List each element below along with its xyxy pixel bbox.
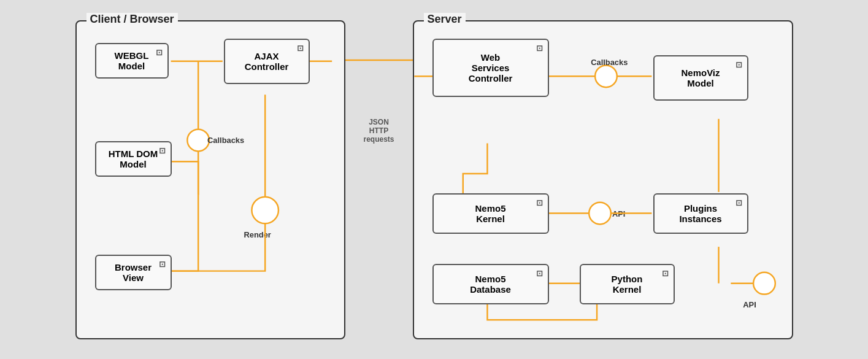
node-icon: ⊡ bbox=[297, 44, 304, 53]
n5d-line1: Nemo5 bbox=[475, 274, 505, 284]
svg-text:API: API bbox=[612, 209, 625, 218]
node-icon: ⊡ bbox=[536, 269, 543, 278]
browserview-line1: Browser bbox=[115, 262, 152, 272]
svg-point-2 bbox=[252, 196, 278, 223]
browserview-node: ⊡ Browser View bbox=[95, 255, 172, 290]
nemo5kernel-node: ⊡ Nemo5 Kernel bbox=[432, 193, 549, 234]
plugins-node: ⊡ Plugins Instances bbox=[653, 193, 748, 234]
svg-point-5 bbox=[595, 65, 617, 87]
webservices-node: ⊡ Web Services Controller bbox=[432, 39, 549, 97]
ajax-line2: Controller bbox=[245, 61, 289, 72]
pl-line1: Plugins bbox=[684, 203, 717, 214]
server-panel-label: Server bbox=[424, 13, 466, 26]
node-icon: ⊡ bbox=[735, 60, 742, 69]
ajax-node: ⊡ AJAX Controller bbox=[224, 39, 310, 84]
nemo5db-node: ⊡ Nemo5 Database bbox=[432, 264, 549, 304]
browserview-line2: View bbox=[123, 272, 144, 283]
webgl-line2: Model bbox=[118, 61, 145, 71]
ws-line1: Web bbox=[481, 52, 500, 63]
server-panel: Server Callbacks API bbox=[413, 20, 793, 339]
node-icon: ⊡ bbox=[536, 198, 543, 207]
nv-line2: Model bbox=[687, 78, 713, 88]
pl-line2: Instances bbox=[679, 214, 721, 224]
node-icon: ⊡ bbox=[156, 48, 163, 57]
py-line2: Kernel bbox=[613, 284, 642, 295]
ws-line2: Services bbox=[472, 63, 510, 73]
n5d-line2: Database bbox=[470, 284, 511, 295]
svg-text:Callbacks: Callbacks bbox=[207, 135, 244, 144]
nv-line1: NemoViz bbox=[681, 68, 720, 78]
py-line1: Python bbox=[612, 274, 643, 284]
svg-text:Callbacks: Callbacks bbox=[591, 58, 628, 67]
webgl-node: ⊡ WEBGL Model bbox=[95, 43, 169, 79]
n5k-line1: Nemo5 bbox=[475, 203, 505, 214]
svg-text:API: API bbox=[743, 300, 756, 309]
client-panel-label: Client / Browser bbox=[86, 13, 178, 26]
node-icon: ⊡ bbox=[735, 198, 742, 207]
ajax-line1: AJAX bbox=[254, 51, 278, 61]
client-panel: Client / Browser Callbacks bbox=[75, 20, 345, 339]
svg-text:Render: Render bbox=[244, 230, 271, 239]
node-icon: ⊡ bbox=[536, 44, 543, 53]
node-icon: ⊡ bbox=[159, 146, 166, 155]
webgl-line1: WEBGL bbox=[115, 50, 149, 61]
svg-point-0 bbox=[187, 129, 209, 151]
htmldom-node: ⊡ HTML DOM Model bbox=[95, 141, 172, 177]
node-icon: ⊡ bbox=[159, 260, 166, 269]
python-node: ⊡ Python Kernel bbox=[580, 264, 675, 304]
svg-point-9 bbox=[753, 272, 775, 294]
nemoviz-node: ⊡ NemoViz Model bbox=[653, 55, 748, 101]
connector-area: JSON HTTP requests bbox=[345, 20, 413, 339]
svg-point-7 bbox=[589, 202, 611, 224]
htmldom-line1: HTML DOM bbox=[109, 149, 158, 159]
node-icon: ⊡ bbox=[662, 269, 669, 278]
ws-line3: Controller bbox=[469, 73, 513, 83]
n5k-line2: Kernel bbox=[476, 214, 505, 224]
htmldom-line2: Model bbox=[120, 159, 146, 169]
